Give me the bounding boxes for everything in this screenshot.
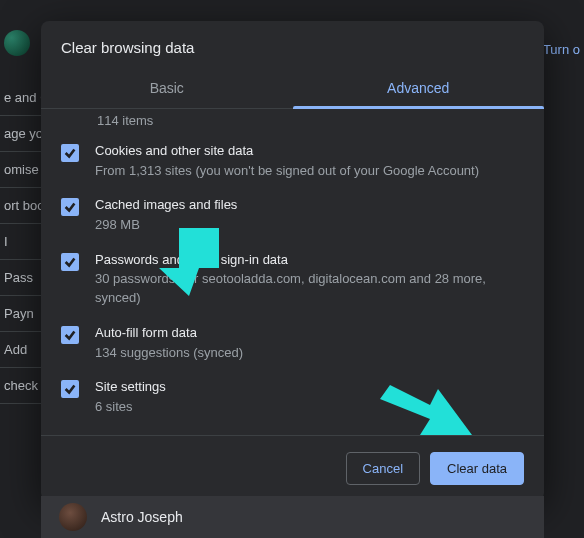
option-subtitle: 30 passwords (for seotooladda.com, digit…	[95, 270, 524, 308]
clear-browsing-data-dialog: Clear browsing data Basic Advanced 114 i…	[41, 21, 544, 501]
option-title: Auto-fill form data	[95, 324, 524, 342]
avatar	[59, 503, 87, 531]
dialog-content: 114 items Cookies and other site data Fr…	[41, 109, 544, 435]
user-strip[interactable]: Astro Joseph	[41, 496, 544, 538]
tab-basic[interactable]: Basic	[41, 70, 293, 108]
option-title: Cached images and files	[95, 196, 524, 214]
user-name: Astro Joseph	[101, 509, 183, 525]
dialog-title: Clear browsing data	[41, 21, 544, 70]
dialog-tabs: Basic Advanced	[41, 70, 544, 109]
option-cookies: Cookies and other site data From 1,313 s…	[61, 134, 524, 188]
option-subtitle: 298 MB	[95, 216, 524, 235]
checkbox-cookies[interactable]	[61, 144, 79, 162]
checkbox-cached[interactable]	[61, 198, 79, 216]
option-site-settings: Site settings 6 sites	[61, 370, 524, 424]
dialog-actions: Cancel Clear data	[41, 435, 544, 501]
option-cached: Cached images and files 298 MB	[61, 188, 524, 242]
option-hosted-app: Hosted app data 2 apps (SpeechTexter, We…	[61, 425, 524, 435]
option-title: Passwords and other sign-in data	[95, 251, 524, 269]
profile-avatar-small	[4, 30, 30, 56]
option-title: Site settings	[95, 378, 524, 396]
clear-data-button[interactable]: Clear data	[430, 452, 524, 485]
tab-advanced[interactable]: Advanced	[293, 70, 545, 108]
option-subtitle: 134 suggestions (synced)	[95, 344, 524, 363]
option-autofill: Auto-fill form data 134 suggestions (syn…	[61, 316, 524, 370]
option-subtitle: From 1,313 sites (you won't be signed ou…	[95, 162, 524, 181]
checkbox-passwords[interactable]	[61, 253, 79, 271]
option-passwords: Passwords and other sign-in data 30 pass…	[61, 243, 524, 316]
option-subtitle: 6 sites	[95, 398, 524, 417]
truncated-previous-item: 114 items	[61, 109, 524, 134]
checkbox-autofill[interactable]	[61, 326, 79, 344]
checkbox-site-settings[interactable]	[61, 380, 79, 398]
option-title: Cookies and other site data	[95, 142, 524, 160]
turn-on-sync-link[interactable]: Turn o	[539, 38, 584, 61]
cancel-button[interactable]: Cancel	[346, 452, 420, 485]
